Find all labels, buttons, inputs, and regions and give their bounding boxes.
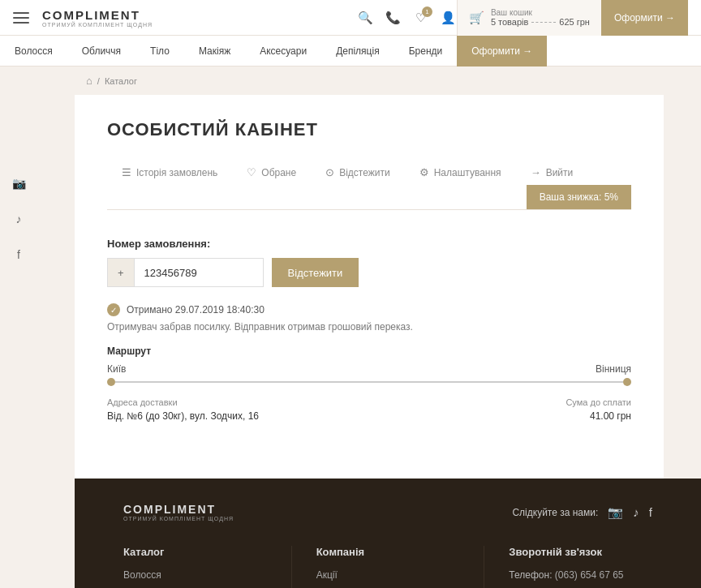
facebook-icon[interactable]: f: [7, 243, 30, 266]
discount-button[interactable]: Ваша знижка: 5%: [527, 185, 631, 209]
orders-icon: ☰: [122, 166, 131, 178]
nav-depilation[interactable]: Депіляція: [321, 36, 394, 67]
tab-logout-label: Вийти: [546, 167, 574, 178]
route-dash: [115, 381, 623, 383]
account-tabs: ☰ Історія замовлень ♡ Обране ⊙ Відстежит…: [107, 160, 631, 210]
route-label: Маршрут: [107, 346, 631, 357]
status-description: Отримувач забрав посилку. Відправник отр…: [107, 321, 631, 333]
address-row: Адреса доставки Від. №6 (до 30кг), вул. …: [107, 397, 631, 422]
brand-tagline: ОТРИМУЙ КОМПЛІМЕНТ ЩОДНЯ: [42, 22, 153, 28]
heart-icon: ♡: [247, 166, 256, 178]
track-button[interactable]: Відстежити: [272, 258, 359, 287]
track-icon: ⊙: [325, 166, 334, 178]
route-section: Маршрут Київ Вінниця Адреса доставки Від…: [107, 346, 631, 422]
address-col: Адреса доставки Від. №6 (до 30кг), вул. …: [107, 397, 259, 422]
nav-hair[interactable]: Волосся: [0, 36, 67, 67]
footer-top: COMPLIMENT ОТРИМУЙ КОМПЛІМЕНТ ЩОДНЯ Слід…: [123, 503, 652, 521]
route-dot-start: [107, 378, 115, 386]
footer-phone-label: Телефон:: [509, 569, 552, 581]
track-section: Номер замовлення: + Відстежити ✓ Отриман…: [107, 230, 631, 430]
status-row: ✓ Отримано 29.07.2019 18:40:30: [107, 303, 631, 316]
top-bar: COMPLIMENT ОТРИМУЙ КОМПЛІМЕНТ ЩОДНЯ 🔍 📞 …: [0, 0, 701, 36]
footer-link-promo[interactable]: Акції: [316, 569, 460, 581]
tab-favorites-label: Обране: [261, 167, 296, 178]
footer-phone-value: (063) 654 67 65: [555, 569, 624, 581]
amount-value: 41.00 грн: [566, 410, 631, 422]
nav-face[interactable]: Обличчя: [67, 36, 135, 67]
footer-contact-title: Зворотній зв'язок: [509, 546, 652, 558]
content-area: ОСОБИСТИЙ КАБІНЕТ ☰ Історія замовлень ♡ …: [75, 95, 664, 479]
left-social: 📷 ♪ f: [0, 162, 37, 276]
address-label: Адреса доставки: [107, 397, 259, 407]
brand-name: COMPLIMENT: [42, 8, 153, 22]
tab-favorites[interactable]: ♡ Обране: [232, 160, 311, 185]
footer-social-label: Слідкуйте за нами:: [512, 507, 598, 518]
track-prefix: +: [107, 258, 134, 287]
hamburger-menu[interactable]: [13, 10, 29, 26]
checkout-button[interactable]: Оформити →: [601, 0, 688, 36]
cart-info: Ваш кошик 5 товарів 625 грн: [491, 8, 590, 27]
footer-phone: Телефон: (063) 654 67 65: [509, 569, 652, 581]
cart-section: 🛒 Ваш кошик 5 товарів 625 грн: [457, 0, 601, 36]
footer-brand-name: COMPLIMENT: [123, 503, 234, 516]
settings-icon: ⚙: [419, 166, 429, 178]
city-to: Вінниця: [596, 363, 631, 375]
account-icon[interactable]: 👤: [441, 10, 457, 26]
route-dot-end: [623, 378, 631, 386]
footer-catalog-col: Каталог Волосся Обличчя Тіло Макіяж Аксе…: [123, 546, 267, 588]
top-icons: 🔍 📞 ♡ 1 👤: [358, 10, 457, 26]
breadcrumb-current: Каталог: [105, 76, 137, 86]
nav-checkout[interactable]: Оформити →: [457, 36, 547, 67]
instagram-icon[interactable]: 📷: [7, 172, 30, 195]
route-line: [107, 378, 631, 386]
tab-settings-label: Налаштування: [434, 167, 501, 178]
amount-label: Сума до сплати: [566, 397, 631, 407]
tab-track-label: Відстежити: [339, 167, 390, 178]
tab-logout[interactable]: → Вийти: [516, 160, 588, 185]
tab-settings[interactable]: ⚙ Налаштування: [405, 160, 516, 185]
track-input[interactable]: [134, 258, 264, 287]
cart-price: 625 грн: [559, 17, 590, 27]
breadcrumb-separator: /: [97, 76, 100, 86]
nav-bar: Волосся Обличчя Тіло Макіяж Аксесуари Де…: [0, 36, 701, 67]
page-title: ОСОБИСТИЙ КАБІНЕТ: [107, 119, 631, 140]
footer-contact-col: Зворотній зв'язок Телефон: (063) 654 67 …: [509, 546, 652, 588]
status-check-icon: ✓: [107, 303, 120, 316]
route-cities: Київ Вінниця: [107, 363, 631, 375]
tab-track[interactable]: ⊙ Відстежити: [311, 160, 405, 185]
footer: COMPLIMENT ОТРИМУЙ КОМПЛІМЕНТ ЩОДНЯ Слід…: [75, 479, 701, 588]
phone-icon[interactable]: 📞: [385, 10, 402, 26]
status-datetime: Отримано 29.07.2019 18:40:30: [127, 304, 264, 315]
track-input-row: + Відстежити: [107, 258, 631, 287]
nav-brands[interactable]: Бренди: [394, 36, 458, 67]
breadcrumb-home[interactable]: ⌂: [86, 75, 92, 87]
tiktok-icon[interactable]: ♪: [7, 208, 30, 230]
amount-col: Сума до сплати 41.00 грн: [566, 397, 631, 422]
main-wrapper: 📷 ♪ f ⌂ / Каталог ОСОБИСТИЙ КАБІНЕТ ☰ Іс…: [0, 67, 701, 588]
footer-brand-tagline: ОТРИМУЙ КОМПЛІМЕНТ ЩОДНЯ: [123, 516, 234, 521]
logo: COMPLIMENT ОТРИМУЙ КОМПЛІМЕНТ ЩОДНЯ: [42, 8, 153, 28]
cart-label: Ваш кошик: [491, 8, 590, 17]
footer-catalog-title: Каталог: [123, 546, 267, 558]
favorites-icon[interactable]: ♡ 1: [413, 10, 429, 26]
nav-makeup[interactable]: Макіяж: [184, 36, 245, 67]
nav-accessories[interactable]: Аксесуари: [245, 36, 321, 67]
footer-logo: COMPLIMENT ОТРИМУЙ КОМПЛІМЕНТ ЩОДНЯ: [123, 503, 234, 521]
tab-orders-label: Історія замовлень: [136, 167, 217, 178]
logout-icon: →: [531, 166, 541, 178]
city-from: Київ: [107, 363, 126, 375]
footer-tiktok-icon[interactable]: ♪: [633, 505, 639, 519]
footer-company-title: Компанія: [316, 546, 460, 558]
footer-cols: Каталог Волосся Обличчя Тіло Макіяж Аксе…: [123, 546, 652, 588]
cart-icon: 🛒: [469, 11, 484, 25]
footer-facebook-icon[interactable]: f: [649, 505, 652, 519]
nav-body[interactable]: Тіло: [135, 36, 184, 67]
search-icon[interactable]: 🔍: [358, 10, 374, 26]
cart-count: 5 товарів: [491, 17, 528, 27]
tab-order-history[interactable]: ☰ Історія замовлень: [107, 160, 232, 185]
breadcrumb: ⌂ / Каталог: [37, 67, 701, 95]
footer-instagram-icon[interactable]: 📷: [608, 505, 623, 520]
track-label: Номер замовлення:: [107, 238, 631, 250]
footer-company-col: Компанія Акції Бренди Про нас Новини Дос…: [316, 546, 460, 588]
footer-link-hair[interactable]: Волосся: [123, 569, 267, 581]
